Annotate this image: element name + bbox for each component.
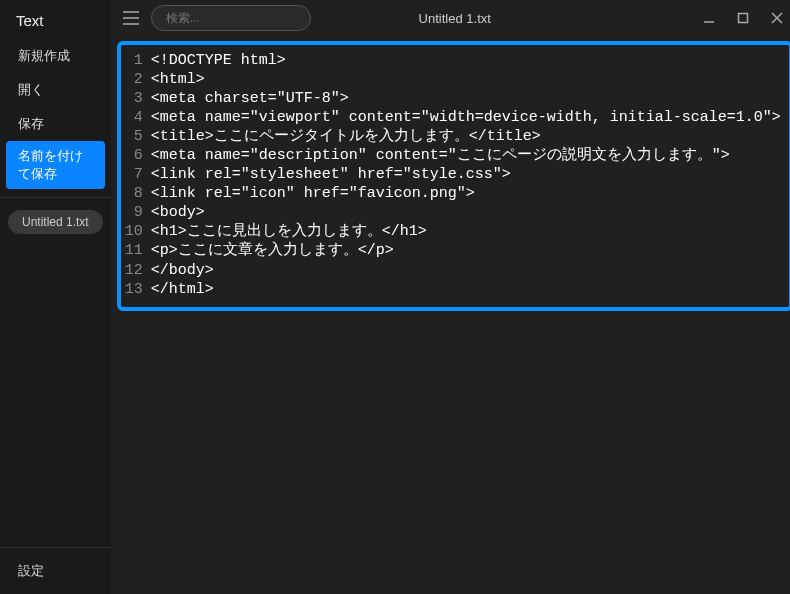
code-text[interactable]: <title>ここにページタイトルを入力します。</title>	[151, 127, 541, 146]
close-button[interactable]	[769, 10, 785, 26]
main-area: Untitled 1.txt 1<!DOCTYPE html>2<html>3<…	[111, 0, 790, 594]
editor-border: 1<!DOCTYPE html>2<html>3<meta charset="U…	[117, 41, 790, 311]
code-line[interactable]: 9<body>	[123, 203, 781, 222]
line-number: 9	[123, 203, 151, 222]
line-number: 7	[123, 165, 151, 184]
line-number: 12	[123, 261, 151, 280]
line-number: 3	[123, 89, 151, 108]
app-root: Text 新規作成開く保存名前を付けて保存 Untitled 1.txt 設定 …	[0, 0, 790, 594]
sidebar-menu-item[interactable]: 開く	[0, 73, 111, 107]
line-number: 4	[123, 108, 151, 127]
code-text[interactable]: <meta name="description" content="ここにページ…	[151, 146, 730, 165]
settings-button[interactable]: 設定	[0, 548, 111, 594]
code-text[interactable]: <html>	[151, 70, 205, 89]
document-title: Untitled 1.txt	[419, 11, 491, 26]
code-line[interactable]: 4<meta name="viewport" content="width=de…	[123, 108, 781, 127]
code-text[interactable]: </html>	[151, 280, 214, 299]
code-text[interactable]: <h1>ここに見出しを入力します。</h1>	[151, 222, 427, 241]
code-line[interactable]: 8<link rel="icon" href="favicon.png">	[123, 184, 781, 203]
sidebar-menu-item[interactable]: 名前を付けて保存	[6, 141, 105, 189]
sidebar-menu: 新規作成開く保存名前を付けて保存	[0, 39, 111, 189]
code-line[interactable]: 2<html>	[123, 70, 781, 89]
open-file-chip[interactable]: Untitled 1.txt	[8, 210, 103, 234]
code-line[interactable]: 11<p>ここに文章を入力します。</p>	[123, 241, 781, 260]
line-number: 5	[123, 127, 151, 146]
line-number: 2	[123, 70, 151, 89]
window-controls	[701, 10, 790, 26]
toolbar: Untitled 1.txt	[111, 0, 790, 36]
code-text[interactable]: <body>	[151, 203, 205, 222]
code-line[interactable]: 7<link rel="stylesheet" href="style.css"…	[123, 165, 781, 184]
line-number: 11	[123, 241, 151, 260]
code-text[interactable]: <meta name="viewport" content="width=dev…	[151, 108, 781, 127]
code-text[interactable]: <link rel="icon" href="favicon.png">	[151, 184, 475, 203]
code-line[interactable]: 1<!DOCTYPE html>	[123, 51, 781, 70]
minimize-button[interactable]	[701, 10, 717, 26]
code-text[interactable]: </body>	[151, 261, 214, 280]
code-text[interactable]: <link rel="stylesheet" href="style.css">	[151, 165, 511, 184]
sidebar: Text 新規作成開く保存名前を付けて保存 Untitled 1.txt 設定	[0, 0, 111, 594]
code-line[interactable]: 12</body>	[123, 261, 781, 280]
line-number: 10	[123, 222, 151, 241]
line-number: 13	[123, 280, 151, 299]
code-line[interactable]: 5<title>ここにページタイトルを入力します。</title>	[123, 127, 781, 146]
sidebar-spacer	[0, 234, 111, 547]
code-text[interactable]: <!DOCTYPE html>	[151, 51, 286, 70]
sidebar-separator	[0, 197, 111, 198]
app-title: Text	[0, 0, 111, 39]
code-line[interactable]: 6<meta name="description" content="ここにペー…	[123, 146, 781, 165]
code-text[interactable]: <p>ここに文章を入力します。</p>	[151, 241, 394, 260]
line-number: 6	[123, 146, 151, 165]
editor-wrap: 1<!DOCTYPE html>2<html>3<meta charset="U…	[111, 36, 790, 321]
sidebar-menu-item[interactable]: 保存	[0, 107, 111, 141]
search-input[interactable]	[151, 5, 311, 31]
line-number: 1	[123, 51, 151, 70]
code-text[interactable]: <meta charset="UTF-8">	[151, 89, 349, 108]
menu-icon[interactable]	[119, 6, 143, 30]
code-line[interactable]: 13</html>	[123, 280, 781, 299]
maximize-button[interactable]	[735, 10, 751, 26]
code-line[interactable]: 10<h1>ここに見出しを入力します。</h1>	[123, 222, 781, 241]
line-number: 8	[123, 184, 151, 203]
code-line[interactable]: 3<meta charset="UTF-8">	[123, 89, 781, 108]
code-editor[interactable]: 1<!DOCTYPE html>2<html>3<meta charset="U…	[123, 51, 781, 299]
sidebar-menu-item[interactable]: 新規作成	[0, 39, 111, 73]
svg-rect-1	[738, 14, 747, 23]
